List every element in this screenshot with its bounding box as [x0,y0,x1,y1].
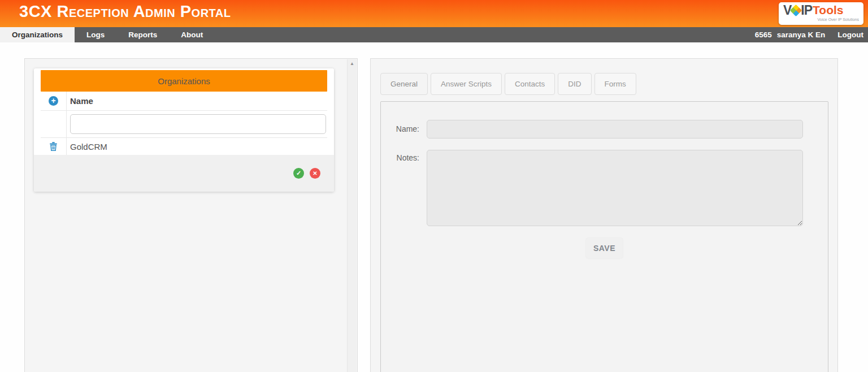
tab-contacts[interactable]: Contacts [505,73,555,95]
tab-forms[interactable]: Forms [594,73,636,95]
name-field-label: Name: [381,120,427,139]
nav-item-logs[interactable]: Logs [75,27,116,42]
user-extension: 6565 [755,31,772,39]
main-nav: Organizations Logs Reports About 6565 sa… [0,27,868,42]
new-organization-input-cell [67,111,327,137]
save-button[interactable]: SAVE [586,238,623,258]
voiptools-logo: V IP Tools Voice Over IP Solutions [779,2,863,25]
notes-field-label: Notes: [381,150,427,226]
organization-notes-field[interactable] [427,150,803,226]
page-title: 3CX Reception Admin Portal [19,2,231,21]
scroll-up-arrow-icon[interactable]: ▲ [348,59,357,68]
new-organization-icon-cell [41,111,67,137]
organizations-panel: ▲ Organizations + Name [24,58,358,372]
organization-row[interactable]: GoldCRM [41,138,327,155]
add-organization-cell: + [41,92,67,110]
name-form-row: Name: [381,120,828,139]
notes-form-row: Notes: [381,150,828,226]
organizations-table: + Name [41,92,327,155]
tab-answer-scripts[interactable]: Answer Scripts [431,73,502,95]
organizations-card-title: Organizations [41,70,327,92]
logo-tagline: Voice Over IP Solutions [783,18,859,21]
name-column-header: Name [67,93,327,109]
nav-item-reports[interactable]: Reports [116,27,169,42]
organizations-card: Organizations + Name [34,68,334,192]
organization-name-field[interactable] [427,120,803,139]
logout-link[interactable]: Logout [837,31,863,39]
organization-name: GoldCRM [67,139,327,155]
app-header: 3CX Reception Admin Portal V IP Tools Vo… [0,0,868,27]
new-organization-name-input[interactable] [70,114,326,134]
logo-word-tools: Tools [813,3,843,17]
new-organization-row [41,111,327,138]
cancel-icon[interactable]: ✕ [310,168,320,179]
general-tab-content: Name: Notes: SAVE [380,101,828,372]
detail-tabs: General Answer Scripts Contacts DID Form… [380,73,828,102]
organization-detail-panel: General Answer Scripts Contacts DID Form… [370,58,838,372]
add-organization-icon[interactable]: + [49,96,58,106]
voiptools-logo-wordmark: V IP Tools [783,3,859,17]
nav-item-organizations[interactable]: Organizations [0,27,75,42]
tab-general[interactable]: General [380,73,428,95]
voiptools-diamond-icon [790,4,802,16]
user-name: saranya K En [777,31,826,39]
trash-icon[interactable] [49,142,58,151]
delete-organization-cell [41,138,67,155]
logo-letters-ip: IP [801,3,812,18]
app-window: 3CX Reception Admin Portal V IP Tools Vo… [0,0,868,372]
organizations-scrollbar[interactable]: ▲ [347,59,357,372]
confirm-icon[interactable]: ✓ [293,168,304,179]
save-row: SAVE [381,238,828,258]
nav-user-area: 6565 saranya K En Logout [755,27,868,42]
tab-did[interactable]: DID [558,73,591,95]
nav-item-about[interactable]: About [169,27,215,42]
organizations-table-header-row: + Name [41,92,327,111]
organizations-footer: ✓ ✕ [34,155,334,192]
